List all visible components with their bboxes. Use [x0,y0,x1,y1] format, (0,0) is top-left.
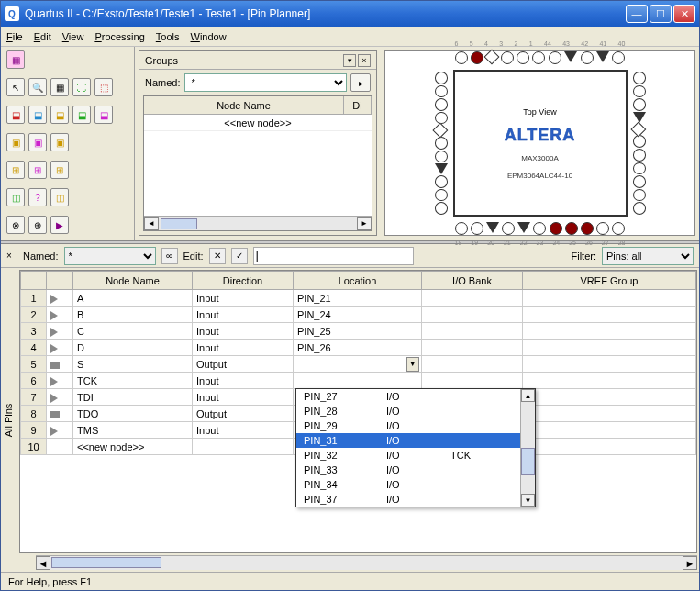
chip-pin[interactable] [501,51,514,64]
chip-pin[interactable] [550,222,562,235]
location-dropdown[interactable]: PIN_27I/OPIN_28I/OPIN_29I/OPIN_31I/OPIN_… [295,388,536,507]
group-a-icon[interactable]: ◫ [6,188,25,206]
chip-pin[interactable] [486,222,499,233]
groups-col-node[interactable]: Node Name [144,96,344,114]
chip-pin[interactable] [633,72,646,84]
close-button[interactable]: ✕ [673,5,695,23]
scroll-thumb[interactable] [161,218,197,229]
chip-pin[interactable] [633,112,646,123]
col-icon[interactable] [47,272,73,290]
chip-pin[interactable] [612,222,625,235]
lower-hscroll[interactable]: ◄ ► [36,555,697,570]
all-pins-tab[interactable]: All Pins [1,268,17,572]
groups-row-new[interactable]: <<new node>> [144,115,372,131]
chip-pin[interactable] [435,137,448,150]
menu-view[interactable]: View [62,31,84,42]
groups-collapse-icon[interactable]: ▾ [343,54,356,67]
chip-pin[interactable] [581,222,594,235]
chip-pin[interactable] [533,222,546,235]
lower-scroll-thumb[interactable] [51,557,161,568]
tool-b-icon[interactable]: ⬓ [28,106,47,124]
dropdown-scrollbar[interactable]: ▲ ▼ [520,389,535,507]
grid-icon[interactable]: ▦ [50,78,69,96]
chip-pin[interactable] [633,162,646,175]
zoom-icon[interactable]: 🔍 [28,78,47,96]
dropdown-option[interactable]: PIN_32I/OTCK [296,448,520,463]
titlebar[interactable]: Q Quartus II - C:/Exsto/Teste1/Teste1 - … [1,1,699,27]
dropdown-option[interactable]: PIN_27I/O [296,389,520,404]
lower-named-select[interactable]: * [64,247,156,265]
dropdown-option[interactable]: PIN_28I/O [296,404,520,418]
pointer-icon[interactable]: ↖ [6,78,25,96]
chip-a-icon[interactable]: ▣ [6,133,25,151]
help-icon[interactable]: ? [28,188,47,206]
table-row[interactable]: 5SOutput▼ [21,356,696,373]
dropdown-option[interactable]: PIN_37I/O [296,492,520,507]
tool-c-icon[interactable]: ⬓ [50,106,69,124]
groups-named-go-icon[interactable]: ▸ [350,73,371,92]
chip-pin[interactable] [633,98,646,111]
tool-e-icon[interactable]: ⬓ [94,106,113,124]
scroll-up-icon[interactable]: ▲ [521,389,535,402]
groups-col-di[interactable]: Di [344,96,372,114]
tool-a-icon[interactable]: ⬓ [6,106,25,124]
misc-b-icon[interactable]: ⊕ [28,216,47,234]
play-icon[interactable]: ▶ [50,216,69,234]
groups-hscroll[interactable]: ◄ ► [144,216,372,230]
chip-pin[interactable] [435,163,448,174]
chip-b-icon[interactable]: ▣ [28,133,47,151]
report-icon[interactable]: ▦ [6,50,25,69]
table-row[interactable]: 2BInputPIN_24 [21,307,696,323]
chip-pin[interactable] [633,202,646,215]
chip-pin[interactable] [633,85,646,98]
tree-c-icon[interactable]: ⊞ [50,161,69,179]
maximize-button[interactable]: ☐ [650,5,672,23]
glasses-icon[interactable]: ∞ [161,248,178,264]
filter-select[interactable]: Pins: all [602,247,694,265]
chip-pin[interactable] [517,51,529,64]
chip-pin[interactable] [455,222,468,235]
fit-icon[interactable]: ⛶ [72,78,91,96]
col-loc[interactable]: Location [294,272,422,290]
location-input[interactable] [295,359,406,370]
scroll-left-icon[interactable]: ◄ [144,217,159,230]
group-b-icon[interactable]: ◫ [50,188,69,206]
dropdown-thumb[interactable] [521,448,535,475]
chip-pin[interactable] [564,51,577,62]
table-row[interactable]: 6TCKInput [21,373,696,389]
table-row[interactable]: 1AInputPIN_21 [21,290,696,307]
edit-apply-icon[interactable]: ✓ [231,248,248,264]
chip-pin[interactable] [455,51,468,64]
chip-pin[interactable] [581,51,594,64]
chip-pin[interactable] [596,51,609,62]
minimize-button[interactable]: — [626,5,648,23]
menu-window[interactable]: Window [190,31,226,42]
chip-pin[interactable] [432,123,448,139]
chip-pin[interactable] [633,149,646,162]
chip-pin[interactable] [630,121,646,137]
chip-pin[interactable] [549,51,561,64]
chip-pin[interactable] [484,50,500,65]
dropdown-option[interactable]: PIN_34I/O [296,477,520,492]
edit-cancel-icon[interactable]: ✕ [209,248,226,264]
chip-pin[interactable] [435,85,448,98]
dropdown-option[interactable]: PIN_29I/O [296,418,520,433]
table-row[interactable]: 4DInputPIN_26 [21,340,696,356]
location-dropdown-button[interactable]: ▼ [406,357,420,372]
chip-pin[interactable] [435,189,448,202]
table-row[interactable]: 3CInputPIN_25 [21,323,696,340]
chip-pin[interactable] [471,222,483,235]
chip-pin[interactable] [435,151,448,163]
misc-a-icon[interactable]: ⊗ [6,216,25,234]
chip-pin[interactable] [565,222,578,235]
tool-d-icon[interactable]: ⬓ [72,106,91,124]
chip-pin[interactable] [633,135,646,148]
menu-edit[interactable]: Edit [34,31,51,42]
chip-pin[interactable] [435,175,448,188]
chip-pin[interactable] [471,51,483,64]
lower-scroll-left-icon[interactable]: ◄ [36,556,50,570]
menu-tools[interactable]: Tools [156,31,180,42]
chip-c-icon[interactable]: ▣ [50,133,69,151]
dropdown-option[interactable]: PIN_31I/O [296,433,520,448]
lower-scroll-right-icon[interactable]: ► [683,556,697,570]
